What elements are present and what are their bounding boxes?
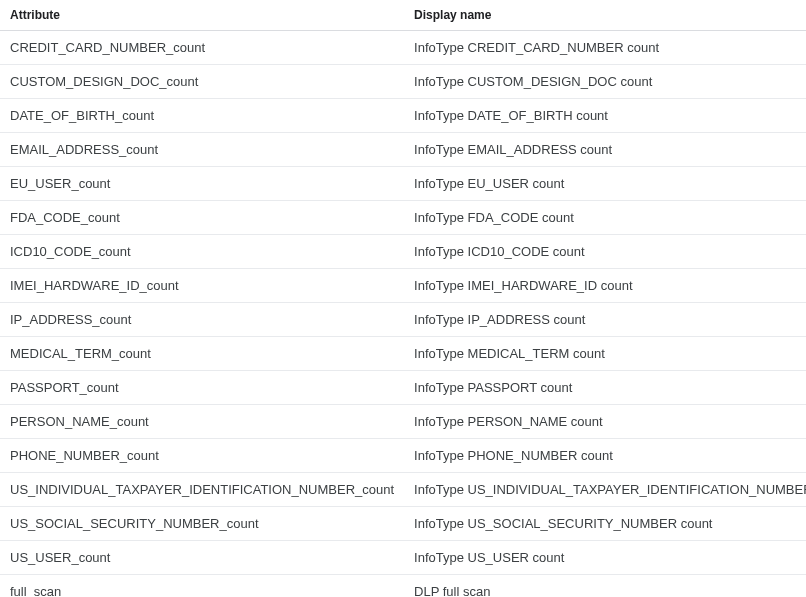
table-row: EU_USER_count InfoType EU_USER count 0 [0,167,806,201]
cell-attribute: US_USER_count [0,541,404,575]
cell-attribute: full_scan [0,575,404,598]
table-row: PERSON_NAME_count InfoType PERSON_NAME c… [0,405,806,439]
cell-display-name: InfoType PHONE_NUMBER count [404,439,806,473]
cell-display-name: InfoType DATE_OF_BIRTH count [404,99,806,133]
table-body: CREDIT_CARD_NUMBER_count InfoType CREDIT… [0,31,806,598]
cell-attribute: FDA_CODE_count [0,201,404,235]
cell-attribute: US_SOCIAL_SECURITY_NUMBER_count [0,507,404,541]
cell-display-name: InfoType US_SOCIAL_SECURITY_NUMBER count [404,507,806,541]
table-row: ICD10_CODE_count InfoType ICD10_CODE cou… [0,235,806,269]
table-row: FDA_CODE_count InfoType FDA_CODE count 0 [0,201,806,235]
cell-attribute: EMAIL_ADDRESS_count [0,133,404,167]
cell-display-name: InfoType ICD10_CODE count [404,235,806,269]
cell-display-name: InfoType CREDIT_CARD_NUMBER count [404,31,806,65]
table-row: US_USER_count InfoType US_USER count 0 [0,541,806,575]
table-row: IP_ADDRESS_count InfoType IP_ADDRESS cou… [0,303,806,337]
cell-attribute: CREDIT_CARD_NUMBER_count [0,31,404,65]
cell-attribute: DATE_OF_BIRTH_count [0,99,404,133]
table-header-row: Attribute Display name Value [0,0,806,31]
table-row: DATE_OF_BIRTH_count InfoType DATE_OF_BIR… [0,99,806,133]
cell-attribute: IP_ADDRESS_count [0,303,404,337]
cell-display-name: InfoType EU_USER count [404,167,806,201]
table-row: PHONE_NUMBER_count InfoType PHONE_NUMBER… [0,439,806,473]
table-row: US_INDIVIDUAL_TAXPAYER_IDENTIFICATION_NU… [0,473,806,507]
cell-attribute: PERSON_NAME_count [0,405,404,439]
table-row: MEDICAL_TERM_count InfoType MEDICAL_TERM… [0,337,806,371]
cell-display-name: DLP full scan [404,575,806,598]
cell-attribute: MEDICAL_TERM_count [0,337,404,371]
cell-attribute: IMEI_HARDWARE_ID_count [0,269,404,303]
cell-display-name: InfoType FDA_CODE count [404,201,806,235]
table-row: CUSTOM_DESIGN_DOC_count InfoType CUSTOM_… [0,65,806,99]
table-row: CREDIT_CARD_NUMBER_count InfoType CREDIT… [0,31,806,65]
table-row: EMAIL_ADDRESS_count InfoType EMAIL_ADDRE… [0,133,806,167]
cell-attribute: US_INDIVIDUAL_TAXPAYER_IDENTIFICATION_NU… [0,473,404,507]
cell-attribute: PHONE_NUMBER_count [0,439,404,473]
table-row: US_SOCIAL_SECURITY_NUMBER_count InfoType… [0,507,806,541]
cell-display-name: InfoType US_INDIVIDUAL_TAXPAYER_IDENTIFI… [404,473,806,507]
cell-display-name: InfoType MEDICAL_TERM count [404,337,806,371]
cell-display-name: InfoType CUSTOM_DESIGN_DOC count [404,65,806,99]
cell-attribute: EU_USER_count [0,167,404,201]
column-header-attribute[interactable]: Attribute [0,0,404,31]
cell-display-name: InfoType PASSPORT count [404,371,806,405]
table-row: PASSPORT_count InfoType PASSPORT count 0 [0,371,806,405]
attributes-table: Attribute Display name Value CREDIT_CARD… [0,0,806,597]
cell-display-name: InfoType PERSON_NAME count [404,405,806,439]
cell-display-name: InfoType IP_ADDRESS count [404,303,806,337]
cell-display-name: InfoType US_USER count [404,541,806,575]
cell-display-name: InfoType EMAIL_ADDRESS count [404,133,806,167]
cell-attribute: CUSTOM_DESIGN_DOC_count [0,65,404,99]
table-row: IMEI_HARDWARE_ID_count InfoType IMEI_HAR… [0,269,806,303]
column-header-display-name[interactable]: Display name [404,0,806,31]
table-row: full_scan DLP full scan false [0,575,806,598]
cell-attribute: ICD10_CODE_count [0,235,404,269]
cell-display-name: InfoType IMEI_HARDWARE_ID count [404,269,806,303]
cell-attribute: PASSPORT_count [0,371,404,405]
